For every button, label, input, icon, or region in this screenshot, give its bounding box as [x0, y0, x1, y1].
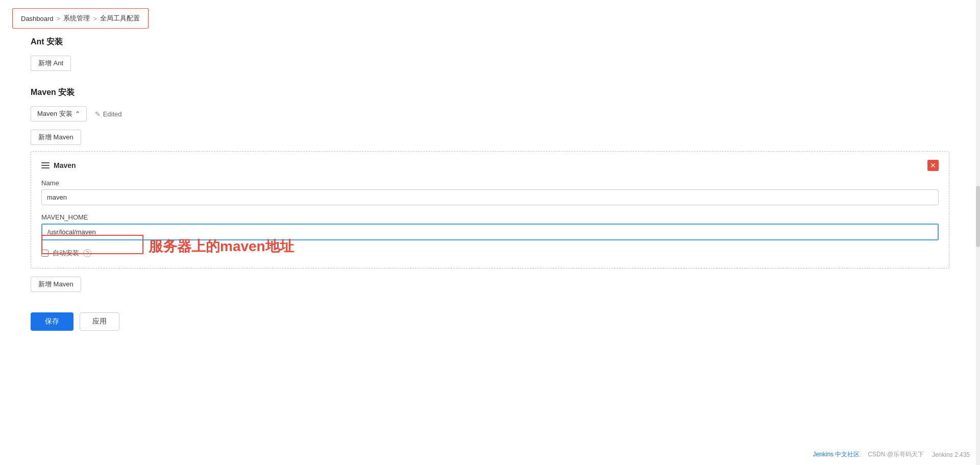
breadcrumb-dashboard[interactable]: Dashboard: [21, 15, 54, 22]
maven-panel-heading: Maven: [54, 161, 76, 169]
auto-install-checkbox[interactable]: [41, 250, 48, 257]
ant-section-title: Ant 安装: [31, 37, 949, 47]
maven-panel-close-button[interactable]: ✕: [927, 160, 939, 171]
maven-toggle-button[interactable]: Maven 安装 ⌃: [31, 106, 87, 121]
name-form-group: Name: [41, 179, 939, 205]
breadcrumb-global-tools: 全局工具配置: [100, 14, 140, 23]
maven-toggle-bar: Maven 安装 ⌃ ✎ Edited: [31, 106, 949, 121]
chevron-up-icon: ⌃: [75, 110, 80, 117]
bottom-actions: 保存 应用: [31, 308, 949, 331]
footer-version: Jenkins 2.435: [932, 451, 970, 458]
breadcrumb: Dashboard > 系统管理 > 全局工具配置: [12, 8, 149, 29]
page-footer: Jenkins 中文社区 CSDN @乐哥码天下 Jenkins 2.435: [813, 450, 970, 459]
edited-label: Edited: [103, 110, 122, 118]
maven-home-box: 服务器上的maven地址: [41, 224, 939, 240]
name-input[interactable]: [41, 189, 939, 205]
maven-toggle-label: Maven 安装: [37, 109, 72, 118]
breadcrumb-sep-2: >: [93, 15, 97, 22]
maven-panel: Maven ✕ Name MAVEN_HOME 服务器上的maven地址: [31, 151, 949, 268]
auto-install-row: 自动安装 ?: [41, 249, 939, 258]
name-label: Name: [41, 179, 939, 187]
add-maven-button-bottom[interactable]: 新增 Maven: [31, 277, 81, 292]
footer-jenkins-link[interactable]: Jenkins 中文社区: [813, 450, 860, 459]
maven-panel-title: Maven: [41, 161, 76, 169]
apply-button[interactable]: 应用: [80, 312, 119, 331]
maven-section: Maven 安装 Maven 安装 ⌃ ✎ Edited 新增 Maven: [31, 87, 949, 292]
edited-badge: ✎ Edited: [95, 110, 122, 118]
maven-section-title: Maven 安装: [31, 87, 949, 98]
drag-handle-icon[interactable]: [41, 162, 50, 168]
help-icon[interactable]: ?: [83, 249, 91, 257]
maven-panel-header: Maven ✕: [41, 160, 939, 171]
pencil-icon: ✎: [95, 110, 101, 118]
ant-section: Ant 安装 新增 Ant: [31, 37, 949, 71]
save-button[interactable]: 保存: [31, 312, 74, 331]
scrollbar-thumb[interactable]: [976, 186, 980, 247]
add-ant-button[interactable]: 新增 Ant: [31, 56, 71, 71]
maven-home-form-group: MAVEN_HOME 服务器上的maven地址: [41, 213, 939, 240]
add-maven-button-top[interactable]: 新增 Maven: [31, 130, 81, 145]
footer-csdn: CSDN @乐哥码天下: [868, 450, 924, 459]
maven-home-label: MAVEN_HOME: [41, 213, 939, 221]
maven-home-input[interactable]: [41, 224, 939, 240]
breadcrumb-sep-1: >: [57, 15, 61, 22]
breadcrumb-system[interactable]: 系统管理: [63, 14, 90, 23]
scrollbar-track[interactable]: [976, 0, 980, 465]
auto-install-label: 自动安装: [53, 249, 79, 258]
